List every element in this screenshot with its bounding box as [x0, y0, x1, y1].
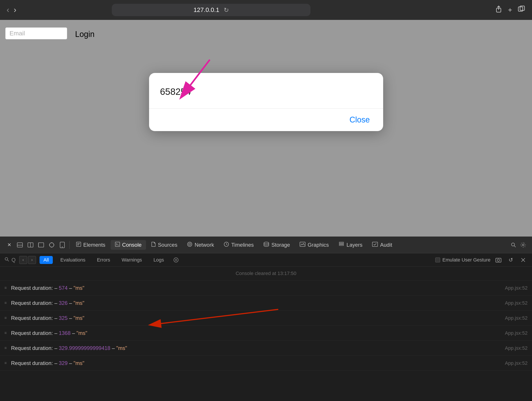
- tab-console[interactable]: Console: [111, 240, 146, 250]
- filter-nav-prev[interactable]: ‹: [19, 256, 27, 264]
- svg-line-38: [514, 246, 516, 247]
- address-bar[interactable]: 127.0.0.1 ↻: [112, 4, 310, 16]
- console-reload-button[interactable]: ↺: [506, 256, 515, 264]
- storage-icon: [263, 242, 269, 248]
- filter-warnings-button[interactable]: Warnings: [118, 256, 146, 264]
- back-button[interactable]: ‹: [7, 5, 9, 15]
- log-source[interactable]: App.jsx:52: [505, 300, 528, 306]
- devtools-toolbar: ✕: [0, 237, 532, 253]
- svg-point-31: [264, 242, 269, 244]
- search-icon: [4, 257, 9, 263]
- log-source[interactable]: App.jsx:52: [505, 360, 528, 366]
- svg-line-41: [7, 260, 9, 261]
- page-content: Email Login 658254 Close: [0, 20, 532, 237]
- log-source[interactable]: App.jsx:52: [505, 315, 528, 321]
- browser-actions: +: [495, 5, 525, 15]
- tab-graphics[interactable]: Graphics: [295, 240, 333, 250]
- alert-dialog: 658254 Close: [149, 73, 383, 131]
- tab-audit[interactable]: Audit: [368, 240, 397, 250]
- tab-layers[interactable]: Layers: [334, 240, 367, 250]
- audit-icon: [372, 242, 378, 248]
- log-text: Request duration: – 325 – "ms": [11, 315, 505, 321]
- filter-more-icon[interactable]: [171, 256, 180, 264]
- filter-search-label[interactable]: Q: [12, 257, 16, 263]
- log-entry[interactable]: ≡ Request duration: – 329.99999999999418…: [0, 341, 532, 356]
- log-text: Request duration: – 574 – "ms": [11, 285, 505, 291]
- search-button[interactable]: [509, 240, 518, 249]
- toolbar-divider-1: [69, 241, 70, 249]
- share-button[interactable]: [495, 5, 503, 15]
- console-filter-bar: Q ‹ › All Evaluations Errors Warnings Lo…: [0, 253, 532, 267]
- svg-rect-34: [339, 242, 344, 243]
- alert-content: 658254: [149, 73, 383, 99]
- svg-point-37: [512, 243, 514, 246]
- log-entry-highlighted[interactable]: ≡ Request duration: – 325 – "ms" App.jsx…: [0, 310, 532, 326]
- devtools-device-icon[interactable]: [57, 240, 67, 250]
- sources-icon: [151, 242, 156, 248]
- devtools-dock-side-icon[interactable]: [26, 240, 35, 250]
- log-source[interactable]: App.jsx:52: [505, 345, 528, 351]
- log-text: Request duration: – 1368 – "ms": [11, 330, 505, 336]
- timelines-icon: [224, 242, 229, 248]
- tab-timelines-label: Timelines: [231, 242, 254, 248]
- svg-rect-32: [300, 242, 305, 246]
- browser-viewport: Email Login 658254 Close: [0, 20, 532, 237]
- log-source[interactable]: App.jsx:52: [505, 285, 528, 291]
- filter-evaluations-button[interactable]: Evaluations: [56, 256, 89, 264]
- tab-sources[interactable]: Sources: [147, 240, 182, 250]
- tabs-button[interactable]: [517, 5, 525, 15]
- close-button[interactable]: Close: [345, 113, 374, 127]
- emulate-user-gesture-label: Emulate User Gesture: [435, 257, 490, 263]
- filter-nav: ‹ ›: [19, 256, 36, 264]
- log-entry[interactable]: ≡ Request duration: – 326 – "ms" App.jsx…: [0, 296, 532, 310]
- devtools-close-icon[interactable]: ✕: [4, 240, 14, 250]
- log-text: Request duration: – 326 – "ms": [11, 300, 505, 306]
- log-gutter: ≡: [4, 316, 11, 320]
- forward-button[interactable]: ›: [14, 5, 16, 15]
- devtools-dock-right-icon[interactable]: [36, 240, 46, 250]
- url-display: 127.0.0.1: [193, 6, 219, 13]
- nav-buttons: ‹ ›: [7, 5, 16, 15]
- svg-line-30: [226, 244, 227, 245]
- alert-actions: Close: [149, 109, 383, 131]
- tab-timelines[interactable]: Timelines: [219, 240, 258, 250]
- log-entry[interactable]: ≡ Request duration: – 329 – "ms" App.jsx…: [0, 356, 532, 371]
- svg-point-27: [190, 244, 190, 245]
- filter-nav-next[interactable]: ›: [28, 256, 36, 264]
- devtools-inspect-icon[interactable]: [47, 240, 57, 250]
- devtools-panel: ✕: [0, 237, 532, 401]
- tab-audit-label: Audit: [380, 242, 392, 248]
- alert-overlay: 658254 Close: [0, 20, 532, 237]
- emulate-checkbox[interactable]: [435, 258, 440, 262]
- svg-point-46: [497, 259, 500, 261]
- log-gutter: ≡: [4, 361, 11, 365]
- svg-point-39: [522, 244, 524, 246]
- svg-point-18: [62, 246, 63, 247]
- tab-storage[interactable]: Storage: [259, 240, 294, 250]
- log-source[interactable]: App.jsx:52: [505, 330, 528, 336]
- svg-rect-45: [496, 258, 501, 262]
- layers-icon: [339, 242, 344, 248]
- tab-layers-label: Layers: [347, 242, 362, 248]
- svg-rect-10: [38, 243, 44, 247]
- settings-button[interactable]: [519, 240, 528, 249]
- tab-console-label: Console: [122, 242, 142, 248]
- log-entry[interactable]: ≡ Request duration: – 574 – "ms" App.jsx…: [0, 280, 532, 296]
- tab-elements[interactable]: Elements: [72, 240, 110, 250]
- filter-errors-button[interactable]: Errors: [93, 256, 114, 264]
- add-tab-button[interactable]: +: [508, 6, 512, 14]
- alert-value: 658254: [160, 86, 191, 97]
- svg-rect-33: [339, 243, 344, 244]
- filter-all-button[interactable]: All: [39, 256, 53, 264]
- filter-logs-button[interactable]: Logs: [150, 256, 168, 264]
- console-clear-button[interactable]: [519, 256, 528, 264]
- tab-network[interactable]: Network: [183, 240, 218, 250]
- tab-network-label: Network: [195, 242, 214, 248]
- svg-rect-36: [372, 242, 378, 246]
- console-screenshot-button[interactable]: [494, 256, 503, 264]
- console-logs: ≡ Request duration: – 574 – "ms" App.jsx…: [0, 280, 532, 401]
- log-entry[interactable]: ≡ Request duration: – 1368 – "ms" App.js…: [0, 326, 532, 341]
- reload-button[interactable]: ↻: [224, 6, 229, 14]
- svg-rect-35: [339, 245, 344, 246]
- devtools-dock-icon[interactable]: [15, 240, 25, 250]
